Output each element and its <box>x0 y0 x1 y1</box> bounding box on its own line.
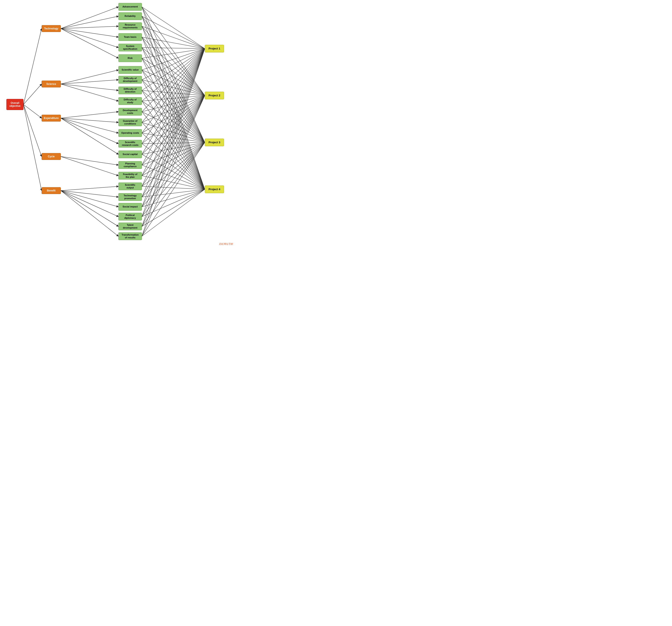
svg-line-60 <box>142 80 205 189</box>
svg-line-14 <box>61 84 118 91</box>
svg-line-33 <box>142 16 205 49</box>
project-node: Project 2 <box>205 92 224 99</box>
svg-line-107 <box>142 143 205 207</box>
leaf-node: Advancement <box>118 3 142 11</box>
svg-line-41 <box>142 37 205 49</box>
svg-line-17 <box>61 118 118 122</box>
connections-svg <box>0 0 235 247</box>
leaf-node: Scientificresearch costs <box>118 140 142 148</box>
svg-line-40 <box>142 26 205 189</box>
mid-node: Technology <box>42 25 61 32</box>
leaf-node: Systemspecification <box>118 44 142 51</box>
svg-line-111 <box>142 143 205 217</box>
leaf-node: Resourcerequirements <box>118 22 142 30</box>
svg-line-69 <box>142 49 205 112</box>
svg-line-64 <box>142 91 205 189</box>
svg-line-58 <box>142 80 205 96</box>
svg-line-80 <box>142 133 205 189</box>
svg-line-29 <box>142 7 205 49</box>
svg-line-77 <box>142 49 205 133</box>
svg-line-19 <box>61 118 118 144</box>
svg-line-115 <box>142 143 205 226</box>
svg-line-30 <box>142 7 205 96</box>
leaf-node: Social capital <box>118 151 142 158</box>
svg-line-109 <box>142 49 205 217</box>
diagram-container: OverallobjectiveTechnologyScienceExpendi… <box>0 0 235 247</box>
svg-line-5 <box>23 104 42 191</box>
leaf-node: Technologypromotion <box>118 193 142 201</box>
svg-line-91 <box>142 143 205 165</box>
svg-line-42 <box>142 37 205 96</box>
svg-line-23 <box>61 186 118 191</box>
svg-line-45 <box>142 48 205 49</box>
svg-line-119 <box>142 143 205 236</box>
svg-line-31 <box>142 7 205 143</box>
svg-line-99 <box>142 143 205 186</box>
mid-node: Expenditure <box>42 115 61 122</box>
leaf-node: Risk <box>118 54 142 62</box>
svg-line-71 <box>142 112 205 143</box>
svg-line-22 <box>61 156 118 176</box>
svg-line-13 <box>61 80 118 84</box>
svg-line-50 <box>142 58 205 96</box>
svg-line-16 <box>61 112 118 118</box>
watermark: 彩虹网址导航 <box>219 243 233 246</box>
svg-line-83 <box>142 143 205 144</box>
svg-line-21 <box>61 156 118 165</box>
leaf-node: Developmentcosts <box>118 108 142 116</box>
svg-line-54 <box>142 70 205 96</box>
svg-line-118 <box>142 96 205 236</box>
svg-line-10 <box>61 29 118 48</box>
mid-node: Cycle <box>42 153 61 160</box>
svg-line-110 <box>142 96 205 217</box>
svg-line-43 <box>142 37 205 143</box>
svg-line-34 <box>142 16 205 96</box>
svg-line-9 <box>61 29 118 37</box>
svg-line-15 <box>61 84 118 101</box>
svg-line-62 <box>142 91 205 96</box>
svg-line-87 <box>142 143 205 154</box>
svg-line-20 <box>61 118 118 154</box>
svg-line-79 <box>142 133 205 143</box>
svg-line-46 <box>142 48 205 96</box>
svg-line-18 <box>61 118 118 133</box>
leaf-node: Feasibility ofthe plan <box>118 172 142 179</box>
svg-line-120 <box>142 189 205 236</box>
leaf-node: Difficulty ofstudy <box>118 97 142 105</box>
svg-line-112 <box>142 189 205 217</box>
svg-line-90 <box>142 96 205 165</box>
project-node: Project 4 <box>205 185 224 193</box>
svg-line-24 <box>61 191 118 197</box>
svg-line-76 <box>142 122 205 189</box>
leaf-node: Operating costs <box>118 129 142 137</box>
svg-line-68 <box>142 101 205 189</box>
svg-line-2 <box>23 84 42 104</box>
svg-line-86 <box>142 96 205 154</box>
svg-line-53 <box>142 49 205 70</box>
svg-line-93 <box>142 49 205 176</box>
svg-line-59 <box>142 80 205 143</box>
svg-line-67 <box>142 101 205 143</box>
svg-line-66 <box>142 96 205 101</box>
svg-line-26 <box>61 191 118 217</box>
svg-line-61 <box>142 49 205 91</box>
svg-line-101 <box>142 49 205 197</box>
svg-line-38 <box>142 26 205 96</box>
svg-line-55 <box>142 70 205 143</box>
svg-line-96 <box>142 176 205 189</box>
project-node: Project 3 <box>205 139 224 146</box>
svg-line-94 <box>142 96 205 176</box>
svg-line-48 <box>142 48 205 189</box>
leaf-node: Scientific value <box>118 66 142 74</box>
leaf-node: Transformationof results <box>118 232 142 240</box>
svg-line-88 <box>142 154 205 189</box>
project-node: Project 1 <box>205 45 224 52</box>
svg-line-89 <box>142 49 205 165</box>
svg-line-116 <box>142 189 205 226</box>
leaf-node: Guarantee ofconditions <box>118 119 142 126</box>
svg-line-44 <box>142 37 205 189</box>
leaf-node: Talentdevelopment <box>118 223 142 230</box>
leaf-node: Team basis <box>118 33 142 41</box>
svg-line-39 <box>142 26 205 143</box>
svg-line-117 <box>142 49 205 236</box>
